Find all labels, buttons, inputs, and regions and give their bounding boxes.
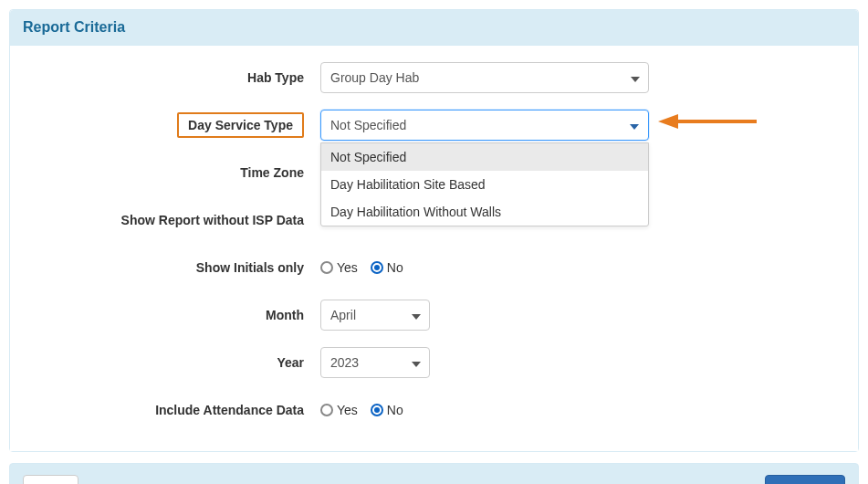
label-show-initials: Show Initials only — [28, 260, 320, 275]
year-select[interactable]: 2023 — [320, 347, 430, 378]
row-include-attendance: Include Attendance Data Yes No — [28, 395, 840, 426]
include-attendance-radio-group: Yes No — [320, 403, 403, 417]
radio-label-no: No — [387, 403, 403, 417]
day-service-type-dropdown: Not Specified Day Habilitation Site Base… — [320, 142, 649, 226]
hab-type-select-wrap: Group Day Hab — [320, 62, 649, 93]
radio-icon — [371, 404, 383, 416]
day-service-type-value: Not Specified — [330, 118, 406, 132]
row-month: Month April — [28, 300, 840, 331]
show-initials-no[interactable]: No — [371, 260, 403, 275]
label-show-without-isp: Show Report without ISP Data — [28, 213, 320, 227]
day-service-type-select[interactable]: Not Specified — [320, 110, 649, 141]
row-show-initials: Show Initials only Yes No — [28, 252, 840, 283]
row-year: Year 2023 — [28, 347, 840, 378]
label-year: Year — [28, 355, 320, 370]
report-criteria-panel: Report Criteria Hab Type Group Day Hab D… — [9, 9, 859, 452]
label-hab-type: Hab Type — [28, 70, 320, 85]
row-hab-type: Hab Type Group Day Hab — [28, 62, 840, 93]
show-initials-yes[interactable]: Yes — [320, 260, 358, 275]
label-month: Month — [28, 308, 320, 322]
panel-body: Hab Type Group Day Hab Day Service Type … — [10, 46, 858, 451]
radio-icon — [320, 404, 333, 416]
chevron-down-icon — [630, 118, 639, 132]
footer-bar: Back Generate — [9, 463, 859, 484]
label-wrap-day-service-type: Day Service Type — [28, 112, 320, 138]
include-attendance-no[interactable]: No — [371, 403, 403, 417]
label-time-zone: Time Zone — [28, 165, 320, 180]
label-day-service-type: Day Service Type — [177, 112, 304, 138]
radio-label-no: No — [387, 260, 403, 275]
radio-label-yes: Yes — [337, 403, 358, 417]
include-attendance-yes[interactable]: Yes — [320, 403, 358, 417]
back-button[interactable]: Back — [23, 475, 78, 484]
radio-label-yes: Yes — [337, 260, 358, 275]
month-select-wrap: April — [320, 300, 430, 331]
dropdown-option-not-specified[interactable]: Not Specified — [321, 143, 648, 171]
row-day-service-type: Day Service Type Not Specified Not Speci… — [28, 110, 840, 141]
label-include-attendance: Include Attendance Data — [28, 403, 320, 417]
dropdown-option-site-based[interactable]: Day Habilitation Site Based — [321, 171, 648, 198]
panel-title: Report Criteria — [10, 10, 858, 46]
dropdown-option-without-walls[interactable]: Day Habilitation Without Walls — [321, 198, 648, 226]
show-initials-radio-group: Yes No — [320, 260, 403, 275]
day-service-type-select-wrap: Not Specified Not Specified Day Habilita… — [320, 110, 649, 141]
radio-icon — [371, 261, 383, 274]
generate-button[interactable]: Generate — [765, 475, 845, 484]
hab-type-select[interactable]: Group Day Hab — [320, 62, 649, 93]
radio-icon — [320, 261, 333, 274]
month-select[interactable]: April — [320, 300, 430, 331]
year-select-wrap: 2023 — [320, 347, 430, 378]
